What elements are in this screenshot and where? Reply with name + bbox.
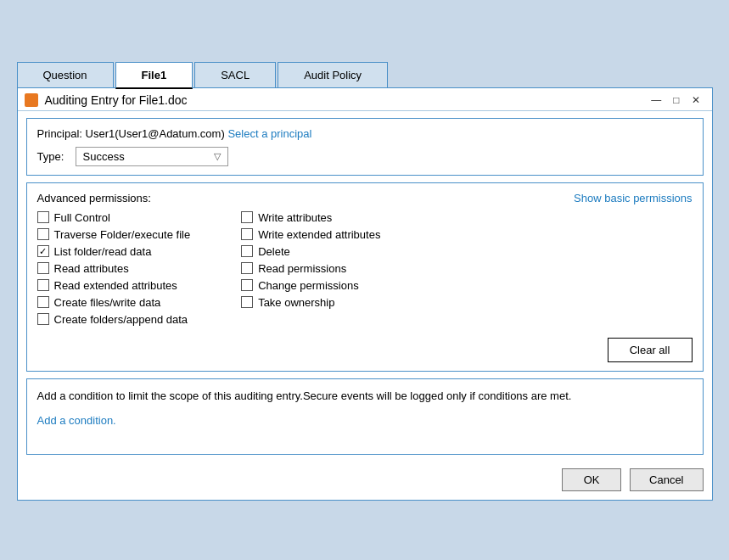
cb-read-permissions[interactable] — [241, 262, 253, 274]
checkbox-write-attributes: Write attributes — [241, 211, 380, 224]
dropdown-arrow-icon: ▽ — [214, 151, 221, 162]
tab-file1[interactable]: File1 — [115, 62, 193, 89]
checkbox-full-control: Full Control — [37, 211, 191, 224]
principal-section: Principal: User1(User1@Adatum.com) Selec… — [26, 118, 704, 176]
left-checkbox-col: Full Control Traverse Folder/execute fil… — [37, 211, 191, 326]
cb-read-attributes[interactable] — [37, 262, 49, 274]
cb-list-folder[interactable] — [37, 245, 49, 257]
checkbox-create-folders: Create folders/append data — [37, 313, 191, 326]
checkbox-change-permissions: Change permissions — [241, 279, 380, 292]
cb-change-permissions[interactable] — [241, 279, 253, 291]
permissions-title: Advanced permissions: — [37, 192, 151, 204]
window-controls: — □ ✕ — [648, 93, 703, 107]
title-icon — [25, 93, 38, 107]
condition-description: Add a condition to limit the scope of th… — [37, 389, 572, 402]
add-condition-link[interactable]: Add a condition. — [37, 414, 693, 427]
checkbox-write-extended-attributes: Write extended attributes — [241, 228, 380, 241]
type-label: Type: — [37, 150, 67, 163]
permissions-header: Advanced permissions: Show basic permiss… — [37, 192, 693, 204]
checkbox-read-permissions: Read permissions — [241, 262, 380, 275]
checkboxes-grid: Full Control Traverse Folder/execute fil… — [37, 211, 693, 326]
dialog-window: Auditing Entry for File1.doc — □ ✕ Princ… — [17, 87, 713, 501]
ok-button[interactable]: OK — [562, 468, 621, 491]
principal-label: Principal: User1(User1@Adatum.com) — [37, 127, 225, 140]
maximize-button[interactable]: □ — [670, 93, 682, 107]
close-button[interactable]: ✕ — [688, 93, 704, 107]
condition-section: Add a condition to limit the scope of th… — [26, 378, 704, 455]
cb-read-extended-attributes[interactable] — [37, 279, 49, 291]
tab-audit-policy[interactable]: Audit Policy — [278, 62, 388, 89]
checkbox-take-ownership: Take ownership — [241, 296, 380, 309]
cb-create-files[interactable] — [37, 296, 49, 308]
cancel-button[interactable]: Cancel — [630, 468, 703, 491]
type-dropdown[interactable]: Success ▽ — [76, 147, 228, 166]
checkbox-read-extended-attributes: Read extended attributes — [37, 279, 191, 292]
cb-write-extended-attributes[interactable] — [241, 228, 253, 240]
minimize-button[interactable]: — — [648, 93, 665, 107]
tab-question[interactable]: Question — [17, 62, 114, 89]
checkbox-delete: Delete — [241, 245, 380, 258]
select-principal-link[interactable]: Select a principal — [227, 127, 311, 140]
clear-all-button[interactable]: Clear all — [608, 338, 693, 362]
show-basic-permissions-link[interactable]: Show basic permissions — [574, 192, 692, 204]
cb-create-folders[interactable] — [37, 313, 49, 325]
dialog-buttons: OK Cancel — [18, 462, 712, 500]
cb-delete[interactable] — [241, 245, 253, 257]
cb-take-ownership[interactable] — [241, 296, 253, 308]
right-checkbox-col: Write attributes Write extended attribut… — [241, 211, 380, 326]
title-bar: Auditing Entry for File1.doc — □ ✕ — [18, 88, 712, 111]
checkbox-list-folder: List folder/read data — [37, 245, 191, 258]
checkbox-read-attributes: Read attributes — [37, 262, 191, 275]
cb-write-attributes[interactable] — [241, 211, 253, 223]
checkbox-create-files: Create files/write data — [37, 296, 191, 309]
tab-sacl[interactable]: SACL — [194, 62, 276, 89]
clear-all-row: Clear all — [37, 338, 693, 362]
type-row: Type: Success ▽ — [37, 147, 693, 166]
checkbox-traverse-folder: Traverse Folder/execute file — [37, 228, 191, 241]
cb-traverse-folder[interactable] — [37, 228, 49, 240]
window-title: Auditing Entry for File1.doc — [45, 93, 188, 107]
cb-full-control[interactable] — [37, 211, 49, 223]
tab-bar: Question File1 SACL Audit Policy — [17, 60, 713, 87]
permissions-section: Advanced permissions: Show basic permiss… — [26, 182, 704, 372]
type-value: Success — [83, 150, 125, 163]
principal-row: Principal: User1(User1@Adatum.com) Selec… — [37, 127, 693, 140]
